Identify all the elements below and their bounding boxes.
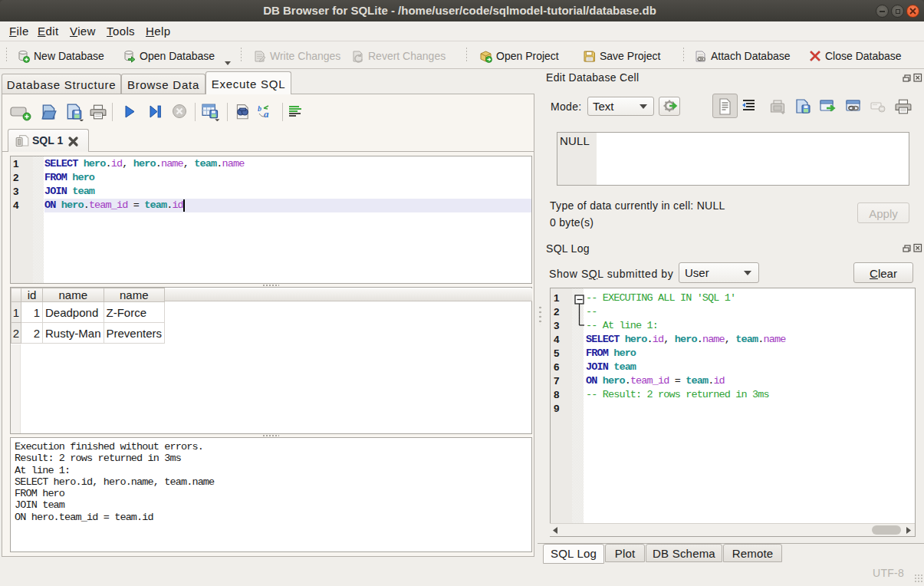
svg-text:a: a [264,108,269,120]
svg-text:b: b [258,104,261,113]
